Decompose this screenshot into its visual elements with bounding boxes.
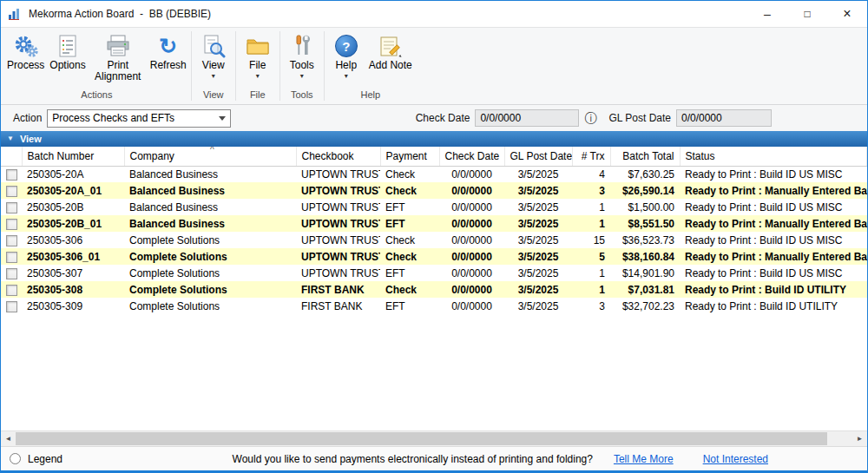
view-button[interactable]: View ▾ — [194, 30, 233, 82]
row-checkbox[interactable] — [6, 285, 17, 296]
table-row[interactable]: 250305-307 Complete Solutions UPTOWN TRU… — [1, 265, 867, 281]
cell-payment: Check — [380, 182, 439, 199]
row-checkbox[interactable] — [6, 252, 17, 263]
cell-payment: EFT — [380, 298, 439, 314]
action-select[interactable]: Process Checks and EFTs — [47, 109, 231, 128]
column-header-payment[interactable]: Payment — [380, 147, 439, 166]
title-bar[interactable]: Mekorma Action Board - BB (DEBBIE) – □ × — [1, 1, 867, 27]
file-button-label: File — [249, 60, 266, 71]
cell-batch-number: 250305-306_01 — [22, 248, 124, 265]
cell-gl-post-date: 3/5/2025 — [504, 248, 572, 265]
column-header-batch-number[interactable]: Batch Number — [22, 147, 124, 166]
cell-gl-post-date: 3/5/2025 — [504, 298, 572, 314]
gl-post-date-field[interactable]: 0/0/0000 — [676, 109, 772, 127]
table-row[interactable]: 250305-308 Complete Solutions FIRST BANK… — [1, 281, 867, 298]
process-button[interactable]: Process — [4, 30, 47, 73]
add-note-button-label: Add Note — [369, 60, 412, 71]
chevron-down-icon: ▾ — [300, 72, 304, 80]
cell-batch-number: 250305-20A_01 — [22, 182, 124, 199]
maximize-button[interactable]: □ — [787, 1, 827, 27]
gl-post-date-value: 0/0/0000 — [681, 112, 722, 124]
table-row[interactable]: 250305-306_01 Complete Solutions UPTOWN … — [1, 248, 867, 265]
cell-batch-number: 250305-20B_01 — [22, 215, 124, 232]
info-icon[interactable]: ⓘ — [584, 112, 596, 124]
cell-check-date: 0/0/0000 — [439, 281, 504, 298]
legend-icon[interactable] — [10, 453, 21, 464]
close-button[interactable]: × — [827, 1, 867, 27]
cell-checkbook: UPTOWN TRUST — [296, 166, 380, 182]
table-row[interactable]: 250305-309 Complete Solutions FIRST BANK… — [1, 298, 867, 314]
ribbon-group-view: View ▾ View — [194, 28, 233, 104]
check-date-field[interactable]: 0/0/0000 — [475, 109, 579, 127]
column-header-check-date[interactable]: Check Date — [439, 147, 504, 166]
add-note-button[interactable]: Add Note — [366, 30, 415, 73]
table-row[interactable]: 250305-20A_01 Balanced Business UPTOWN T… — [1, 182, 867, 199]
cell-status: Ready to Print : Build ID US MISC — [680, 166, 867, 182]
cell-checkbook: UPTOWN TRUST — [296, 265, 380, 281]
help-button[interactable]: ? Help ▾ — [326, 30, 366, 82]
ribbon-group-label-actions: Actions — [4, 89, 189, 104]
cell-checkbook: UPTOWN TRUST — [296, 199, 380, 215]
cell-payment: EFT — [380, 215, 439, 232]
cell-status: Ready to Print : Build ID US MISC — [680, 232, 867, 248]
cell-company: Balanced Business — [124, 166, 296, 182]
ribbon-group-help: ? Help ▾ Add N — [326, 28, 415, 104]
collapse-section-icon[interactable]: ▼ — [7, 135, 14, 142]
legend-label: Legend — [28, 453, 62, 465]
cell-status: Ready to Print : Build ID US MISC — [680, 199, 867, 215]
view-section-title: View — [20, 134, 42, 144]
ribbon-group-file: File ▾ File — [238, 28, 278, 104]
tell-me-more-link[interactable]: Tell Me More — [614, 453, 674, 465]
row-checkbox[interactable] — [6, 301, 17, 312]
cell-trx: 3 — [572, 182, 610, 199]
check-date-label: Check Date — [416, 112, 470, 124]
column-header-gl-post-date[interactable]: GL Post Date — [504, 147, 572, 166]
horizontal-scrollbar[interactable]: ◄ ► — [1, 430, 867, 446]
column-header-company[interactable]: Company^ — [124, 147, 296, 166]
print-alignment-button[interactable]: Print Alignment — [89, 30, 148, 84]
cell-batch-total: $14,901.90 — [610, 265, 680, 281]
row-checkbox[interactable] — [6, 169, 17, 181]
scrollbar-thumb[interactable] — [16, 432, 827, 445]
row-checkbox[interactable] — [6, 219, 17, 230]
scroll-left-icon[interactable]: ◄ — [1, 435, 16, 443]
cell-check-date: 0/0/0000 — [439, 298, 504, 314]
refresh-button[interactable]: ↻ Refresh — [148, 30, 189, 73]
scrollbar-track[interactable] — [16, 431, 852, 446]
row-checkbox[interactable] — [6, 268, 17, 279]
minimize-button[interactable]: – — [747, 1, 787, 27]
tools-button[interactable]: Tools ▾ — [282, 30, 322, 82]
window-controls: – □ × — [747, 1, 867, 27]
cell-batch-number: 250305-308 — [22, 281, 124, 298]
row-checkbox[interactable] — [6, 235, 17, 246]
folder-icon — [245, 32, 271, 60]
column-header-checkbook[interactable]: Checkbook — [296, 147, 380, 166]
file-button[interactable]: File ▾ — [238, 30, 278, 82]
scroll-right-icon[interactable]: ► — [852, 435, 867, 443]
cell-batch-total: $7,031.81 — [610, 281, 680, 298]
app-window: Mekorma Action Board - BB (DEBBIE) – □ × — [0, 0, 868, 473]
table-row[interactable]: 250305-306 Complete Solutions UPTOWN TRU… — [1, 232, 867, 248]
options-button[interactable]: Options — [47, 30, 88, 73]
ribbon-separator — [235, 31, 236, 101]
printer-icon — [105, 32, 131, 60]
row-checkbox[interactable] — [6, 186, 17, 197]
table-row[interactable]: 250305-20B Balanced Business UPTOWN TRUS… — [1, 199, 867, 215]
cell-company: Balanced Business — [124, 199, 296, 215]
ribbon-group-label-view: View — [194, 89, 233, 104]
not-interested-link[interactable]: Not Interested — [703, 453, 768, 465]
action-bar: Action Process Checks and EFTs Check Dat… — [1, 105, 867, 131]
view-button-label: View — [202, 60, 225, 71]
column-header-batch-total[interactable]: Batch Total — [610, 147, 680, 166]
cell-batch-number: 250305-307 — [22, 265, 124, 281]
chevron-down-icon: ▾ — [345, 72, 348, 80]
table-row[interactable]: 250305-20B_01 Balanced Business UPTOWN T… — [1, 215, 867, 232]
cell-check-date: 0/0/0000 — [439, 265, 504, 281]
cell-check-date: 0/0/0000 — [439, 215, 504, 232]
column-header-trx[interactable]: # Trx — [572, 147, 610, 166]
table-row[interactable]: 250305-20A Balanced Business UPTOWN TRUS… — [1, 166, 867, 182]
column-header-status[interactable]: Status — [680, 147, 867, 166]
row-checkbox[interactable] — [6, 202, 17, 214]
cell-gl-post-date: 3/5/2025 — [504, 232, 572, 248]
cell-check-date: 0/0/0000 — [439, 232, 504, 248]
